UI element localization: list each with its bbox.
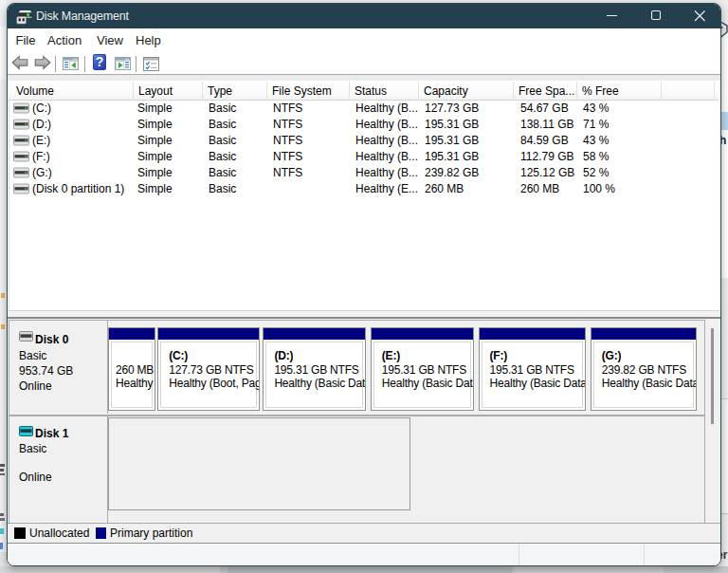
- svg-text:?: ?: [96, 54, 104, 69]
